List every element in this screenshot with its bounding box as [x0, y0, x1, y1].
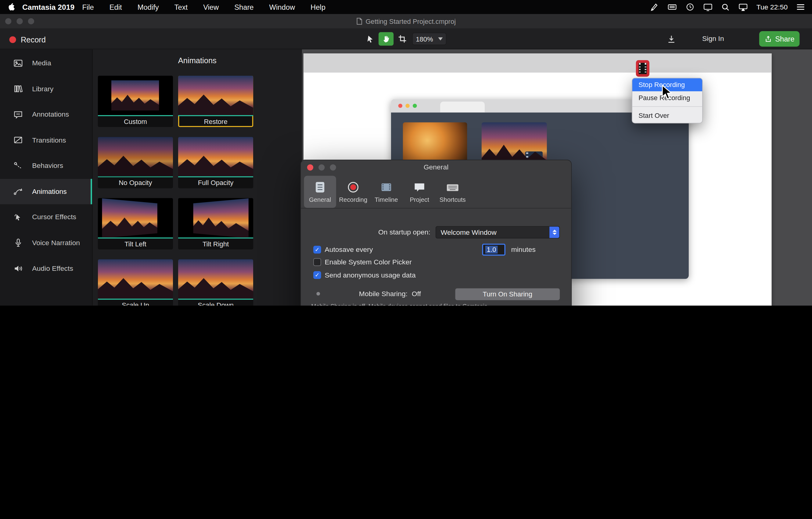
microphone-icon — [12, 238, 24, 248]
tab-shortcuts[interactable]: Shortcuts — [436, 176, 468, 208]
animation-tile-scale-down[interactable]: Scale Down — [178, 259, 253, 306]
animation-thumbnail — [98, 198, 173, 239]
time-machine-status-icon[interactable] — [686, 2, 694, 11]
animation-thumbnail — [178, 259, 253, 300]
dialog-title: General — [301, 163, 571, 171]
animation-thumbnail — [98, 76, 173, 116]
menu-window[interactable]: Window — [261, 3, 302, 11]
tile-label: Tilt Left — [98, 239, 173, 249]
tab-recording[interactable]: Recording — [337, 176, 369, 208]
menu-file[interactable]: File — [75, 3, 102, 11]
brush-status-icon[interactable] — [650, 2, 659, 11]
sidebar-item-media[interactable]: Media — [0, 50, 92, 76]
sidebar-item-transitions[interactable]: Transitions — [0, 127, 92, 153]
menu-view[interactable]: View — [196, 3, 227, 11]
sign-in-button[interactable]: Sign In — [702, 35, 724, 43]
browser-close-dot — [398, 104, 403, 108]
autosave-checkbox[interactable]: ✓ — [313, 246, 321, 253]
usage-data-checkbox[interactable]: ✓ — [313, 271, 321, 279]
window-zoom-button[interactable] — [28, 18, 34, 24]
startup-open-select[interactable]: Welcome Window — [436, 226, 560, 239]
tab-general[interactable]: General — [304, 176, 336, 208]
document-icon — [356, 18, 362, 25]
window-minimize-button[interactable] — [17, 18, 23, 24]
color-picker-checkbox[interactable] — [313, 258, 321, 266]
animation-thumbnail — [178, 137, 253, 177]
crop-tool-button[interactable] — [395, 32, 410, 46]
share-button[interactable]: Share — [759, 31, 800, 47]
menu-share[interactable]: Share — [227, 3, 261, 11]
autosave-minutes-input[interactable]: 1.0 — [482, 244, 505, 255]
dialog-titlebar[interactable]: General — [301, 160, 571, 175]
animation-thumbnail — [178, 76, 253, 116]
zoom-level-dropdown[interactable]: 180% — [412, 33, 446, 45]
animation-tile-full-opacity[interactable]: Full Opacity — [178, 137, 253, 188]
tab-separator — [301, 208, 571, 209]
zoom-level-value: 180% — [416, 35, 433, 43]
sidebar-label: Audio Effects — [32, 265, 73, 272]
menu-item-start-over[interactable]: Start Over — [632, 109, 702, 122]
library-icon — [12, 84, 24, 94]
sidebar-item-behaviors[interactable]: Behaviors — [0, 153, 92, 179]
autosave-label: Autosave every — [324, 246, 373, 253]
sidebar-item-voice-narration[interactable]: Voice Narration — [0, 230, 92, 255]
turn-on-sharing-button[interactable]: Turn On Sharing — [455, 288, 560, 300]
tab-label: Shortcuts — [440, 196, 466, 203]
mobile-sharing-status: Off — [412, 290, 421, 297]
sidebar-item-animations[interactable]: Animations — [0, 179, 92, 204]
recorder-tray-icon[interactable] — [636, 60, 649, 77]
spotlight-search-icon[interactable] — [721, 3, 729, 11]
record-button[interactable]: Record — [9, 35, 46, 44]
menu-separator — [632, 106, 702, 107]
sidebar-label: Transitions — [32, 136, 66, 144]
sidebar-item-library[interactable]: Library — [0, 76, 92, 102]
animation-tile-tilt-right[interactable]: Tilt Right — [178, 198, 253, 249]
menu-text[interactable]: Text — [167, 3, 196, 11]
pan-hand-tool-button[interactable] — [379, 32, 394, 46]
menu-edit[interactable]: Edit — [102, 3, 129, 11]
keyboard-status-icon[interactable] — [667, 3, 677, 11]
menu-help[interactable]: Help — [303, 3, 334, 11]
share-icon — [764, 35, 772, 43]
animation-tile-no-opacity[interactable]: No Opacity — [98, 137, 173, 188]
cursor-tool-button[interactable] — [362, 32, 377, 46]
tab-project[interactable]: Project — [404, 176, 436, 208]
animation-tile-tilt-left[interactable]: Tilt Left — [98, 198, 173, 249]
download-button[interactable] — [665, 33, 677, 45]
screen: Camtasia 2019 File Edit Modify Text View… — [0, 0, 812, 306]
animations-panel: Animations Custom Restore No Opacity Ful… — [92, 49, 302, 306]
sidebar-label: Animations — [32, 187, 66, 195]
display-status-icon[interactable] — [703, 3, 713, 11]
notification-center-icon[interactable] — [796, 4, 805, 10]
sidebar-label: Behaviors — [32, 162, 63, 169]
menubar-clock[interactable]: Tue 22:50 — [756, 3, 788, 11]
animation-tile-restore[interactable]: Restore — [178, 76, 253, 127]
tab-label: Recording — [339, 196, 367, 203]
animation-tile-custom[interactable]: Custom — [98, 76, 173, 127]
tile-label: Custom — [98, 116, 173, 127]
preferences-dialog: General General Recording Timeline Proje… — [300, 160, 572, 306]
window-close-button[interactable] — [5, 18, 11, 24]
sidebar-item-annotations[interactable]: Annotations — [0, 102, 92, 127]
autosave-value: 1.0 — [485, 246, 498, 253]
tools-sidebar: Media Library Annotations Transitions Be… — [0, 49, 92, 306]
window-titlebar[interactable]: Getting Started Project.cmproj — [0, 14, 812, 29]
menubar-app-name[interactable]: Camtasia 2019 — [22, 3, 75, 11]
menu-modify[interactable]: Modify — [129, 3, 167, 11]
sidebar-item-audio-effects[interactable]: Audio Effects — [0, 255, 92, 281]
airplay-status-icon[interactable] — [738, 3, 748, 11]
animation-tile-scale-up[interactable]: Scale Up — [98, 259, 173, 306]
tab-timeline[interactable]: Timeline — [370, 176, 402, 208]
cursor-effects-icon — [12, 212, 24, 222]
app-toolbar: Record 180% Sign In Share — [0, 28, 812, 49]
window-title: Getting Started Project.cmproj — [366, 18, 456, 25]
share-label: Share — [775, 35, 794, 43]
mouse-cursor — [661, 85, 673, 101]
transitions-icon — [12, 135, 24, 145]
animation-thumbnail — [98, 259, 173, 300]
mobile-sharing-indicator — [316, 292, 320, 296]
apple-menu-icon[interactable] — [7, 2, 15, 12]
record-dot-icon — [9, 36, 16, 43]
color-picker-label: Enable System Color Picker — [324, 258, 411, 266]
sidebar-item-cursor-effects[interactable]: Cursor Effects — [0, 204, 92, 230]
